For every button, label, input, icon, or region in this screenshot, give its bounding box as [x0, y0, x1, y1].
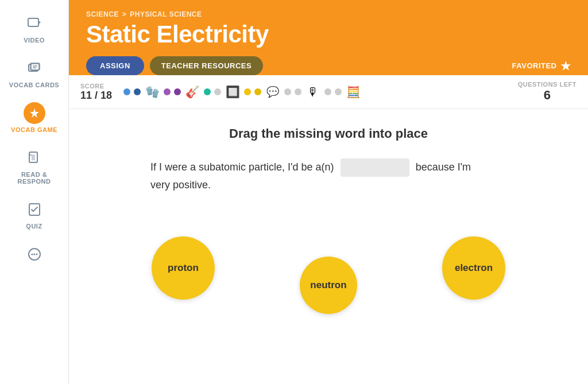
sidebar-item-vocab-cards-label: VOCAB CARDS [9, 82, 59, 88]
progress-dot-8 [214, 88, 221, 95]
questions-left-value: 6 [518, 88, 577, 103]
progress-dot-11 [254, 88, 261, 95]
assign-button[interactable]: ASSIGN [86, 56, 144, 75]
sidebar-item-vocab-game-label: VOCAB GAME [11, 126, 57, 133]
teacher-resources-button[interactable]: TEACHER RESOURCES [150, 56, 263, 75]
sidebar-item-video[interactable]: VIDEO [0, 6, 68, 51]
word-proton-label: proton [168, 262, 199, 274]
progress-dots: 🧤 🎸 🔲 💬 🎙 🧮 [112, 84, 518, 100]
progress-dot-17 [335, 88, 342, 95]
game-container: Score 11 / 18 🧤 🎸 🔲 💬 [69, 75, 588, 384]
video-icon [24, 13, 45, 34]
svg-point-12 [31, 254, 33, 255]
svg-point-14 [36, 254, 37, 255]
svg-marker-1 [38, 21, 41, 24]
read-respond-icon [24, 147, 45, 169]
score-value: 11 / 18 [80, 90, 112, 102]
progress-dot-calculator: 🧮 [345, 84, 361, 100]
sentence-end: very positive. [150, 179, 211, 191]
progress-dot-14 [295, 88, 301, 95]
breadcrumb-physical-science: PHYSICAL SCIENCE [130, 10, 202, 18]
score-bar: Score 11 / 18 🧤 🎸 🔲 💬 [69, 75, 588, 109]
progress-dot-10 [244, 88, 251, 95]
score-label: Score [80, 83, 112, 90]
sidebar-item-video-label: VIDEO [24, 37, 45, 44]
sidebar-item-read-respond-label: READ &RESPOND [18, 171, 51, 185]
sidebar-item-vocab-cards[interactable]: VOCAB CARDS [0, 51, 68, 95]
breadcrumb: SCIENCE > PHYSICAL SCIENCE [86, 10, 571, 18]
progress-dot-5 [174, 88, 181, 95]
game-instruction: Drag the missing word into place [229, 126, 428, 141]
word-bubble-proton[interactable]: proton [152, 236, 215, 300]
vocab-cards-icon [24, 57, 45, 79]
more-icon [24, 243, 45, 265]
progress-dot-2 [134, 88, 141, 95]
sentence-after: because I'm [416, 161, 471, 173]
quiz-icon [24, 199, 45, 220]
sidebar: VIDEO VOCAB CARDS VOCAB GAME [0, 0, 69, 384]
page-title: Static Electricity [86, 21, 571, 48]
sentence-before: If I were a subatomic particle, I'd be a… [150, 161, 334, 173]
header-buttons: ASSIGN TEACHER RESOURCES FAVORITED ★ [86, 56, 571, 75]
score-section: Score 11 / 18 [80, 83, 112, 102]
progress-dot-13 [284, 88, 291, 95]
progress-dot-7 [204, 88, 211, 95]
word-bubble-electron[interactable]: electron [442, 236, 505, 300]
main-content: SCIENCE > PHYSICAL SCIENCE Static Electr… [69, 0, 588, 384]
word-neutron-label: neutron [310, 280, 346, 291]
sentence-area: If I were a subatomic particle, I'd be a… [150, 158, 506, 193]
header-left-buttons: ASSIGN TEACHER RESOURCES [86, 56, 263, 75]
questions-left-label: Questions Left [518, 81, 577, 88]
sidebar-item-quiz-label: QUIZ [26, 223, 42, 230]
game-area: Drag the missing word into place If I we… [69, 109, 588, 384]
progress-dot-guitar: 🎸 [184, 84, 200, 100]
breadcrumb-separator: > [122, 10, 127, 18]
sidebar-item-quiz[interactable]: QUIZ [0, 192, 68, 236]
content-area: Score 11 / 18 🧤 🎸 🔲 💬 [69, 75, 588, 384]
word-electron-label: electron [455, 262, 493, 274]
questions-left-section: Questions Left 6 [518, 81, 577, 103]
favorited-section: FAVORITED ★ [512, 59, 571, 73]
progress-dot-speech: 💬 [265, 84, 281, 100]
sidebar-item-more[interactable] [0, 236, 68, 272]
progress-dot-4 [164, 88, 171, 95]
vocab-game-icon [24, 102, 45, 124]
progress-dot-glove: 🧤 [144, 84, 160, 100]
progress-dot-1 [123, 88, 130, 95]
drop-target[interactable] [341, 158, 409, 177]
svg-marker-7 [30, 108, 39, 118]
progress-dot-16 [324, 88, 331, 95]
breadcrumb-science: SCIENCE [86, 10, 119, 18]
word-bubbles: proton neutron electron [92, 222, 565, 314]
progress-dot-podium: 🎙 [305, 84, 321, 100]
sidebar-item-vocab-game[interactable]: VOCAB GAME [0, 95, 68, 140]
sidebar-item-read-respond[interactable]: READ &RESPOND [0, 140, 68, 192]
svg-point-13 [33, 254, 35, 255]
svg-rect-0 [28, 18, 38, 26]
progress-dot-grid: 🔲 [225, 84, 241, 100]
favorited-label: FAVORITED [512, 61, 557, 70]
star-icon[interactable]: ★ [560, 59, 571, 73]
header: SCIENCE > PHYSICAL SCIENCE Static Electr… [69, 0, 588, 75]
word-bubble-neutron[interactable]: neutron [300, 257, 357, 314]
